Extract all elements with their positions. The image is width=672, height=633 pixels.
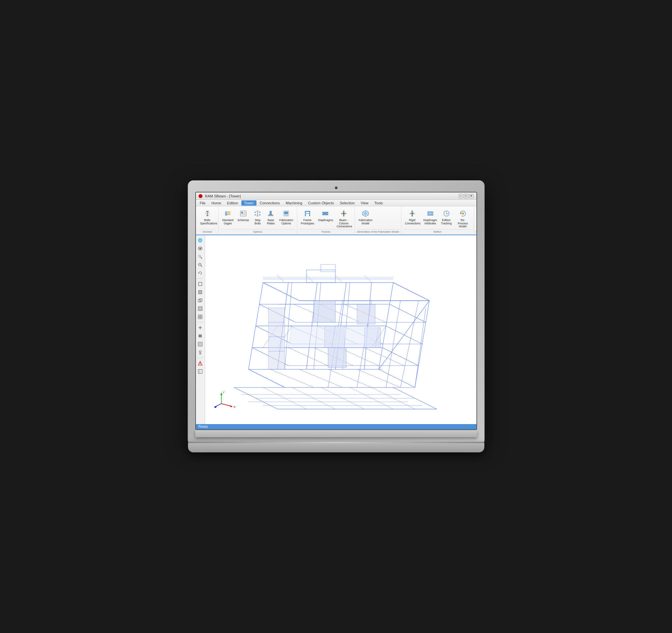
fabrication-options-icon [282,209,291,218]
schemas-icon [239,209,248,218]
svg-rect-86 [198,282,202,285]
ribbon-buttons-frames: FramePrototypes [299,208,353,229]
fabrication-model-button[interactable]: FabricationModel [357,208,374,226]
ribbon-group-general: BoltsSpecifications General [197,207,219,234]
app-icon [198,194,202,198]
box2-tool[interactable] [196,288,204,296]
eye-tool[interactable] [196,245,204,252]
minimize-button[interactable]: ─ [459,194,463,198]
frame-prototypes-label: FramePrototypes [301,219,314,225]
bolts-specifications-button[interactable]: BoltsSpecifications [198,208,216,226]
svg-rect-15 [241,212,243,213]
menu-connections[interactable]: Connections [257,200,283,206]
fabrication-model-icon [361,209,370,218]
svg-rect-187 [313,301,335,323]
svg-rect-99 [198,335,202,336]
standard-gages-label: StandardGages [222,219,234,225]
rotate-tool[interactable] [196,270,204,277]
menu-tower[interactable]: Tower [241,200,256,206]
svg-rect-28 [269,214,270,216]
frame-prototypes-button[interactable]: FramePrototypes [299,208,316,226]
step-bolts-button[interactable]: StepBolts [251,208,264,226]
diaphragm-attributes-button[interactable]: A DiaphragmAttributes [422,208,439,226]
menu-custom-objects[interactable]: Custom Objects [306,200,336,206]
svg-rect-11 [227,211,231,212]
grid-tool[interactable] [196,340,204,348]
svg-text:X: X [233,405,235,409]
beam-column-connections-label: Beam - ColumnConnections [336,219,351,228]
frame-prototypes-icon [303,209,312,218]
step-bolts-label: StepBolts [255,219,261,225]
svg-rect-18 [241,214,246,215]
menu-selection[interactable]: Selection [337,200,357,206]
camera [335,186,337,189]
schemas-button[interactable]: Schemas [236,208,250,223]
menu-file[interactable]: File [197,200,209,206]
box5-tool[interactable] [196,313,204,321]
zoom-tool[interactable] [196,261,204,269]
svg-point-81 [199,248,201,249]
ribbon: BoltsSpecifications General [196,206,476,235]
svg-rect-190 [357,304,375,324]
svg-rect-13 [227,214,231,215]
standard-gages-icon [223,209,233,218]
menu-view[interactable]: View [358,200,371,206]
layers-tool[interactable] [196,332,204,339]
maximize-button[interactable]: □ [464,194,469,198]
laptop-base [195,430,477,437]
svg-rect-10 [225,214,227,214]
menu-edition[interactable]: Edition [224,200,241,206]
svg-point-56 [412,213,413,214]
svg-rect-92 [198,315,200,316]
re-process-model-button[interactable]: Re-ProcessModel [454,208,472,229]
svg-rect-27 [268,215,273,216]
clash-detection-group-label: Clash Detection [476,229,477,233]
anchor-tool[interactable] [196,349,204,356]
panel-tool[interactable] [196,368,204,375]
svg-rect-19 [257,210,259,211]
menu-machining[interactable]: Machining [283,200,305,206]
svg-marker-195 [288,326,335,348]
separator-2 [197,322,203,323]
diaphragms-label: Diaphragms [318,219,333,222]
svg-rect-66 [462,212,464,214]
title-bar-buttons: ─ □ ✕ [459,194,474,198]
box3-tool[interactable] [196,297,204,304]
globe-tool[interactable]: 🌐 [196,236,204,244]
edition-group-label: Edition [403,229,472,233]
diaphragm-attributes-icon: A [426,209,435,218]
standard-gages-button[interactable]: StandardGages [221,208,235,226]
fabrication-options-button[interactable]: FabricationOptions [278,208,295,226]
svg-text:A: A [429,212,431,214]
search-tool[interactable]: 🔍 [196,253,204,260]
svg-rect-114 [198,370,200,374]
menu-tools[interactable]: Tools [372,200,386,206]
svg-rect-20 [257,211,258,216]
laptop-foot [188,442,484,452]
rigid-connections-button[interactable]: RigidConnections [403,208,421,226]
fabrication-options-label: FabricationOptions [279,219,293,225]
svg-point-112 [200,364,200,365]
base-plates-button[interactable]: BasePlates [264,208,277,226]
svg-rect-16 [244,212,246,212]
viewport-3d[interactable]: X Y [205,235,476,424]
menu-home[interactable]: Home [209,200,223,206]
diaphragms-button[interactable]: Diaphragms [316,208,334,223]
box4-tool[interactable] [196,305,204,312]
rigid-connections-label: RigidConnections [405,219,419,225]
close-button[interactable]: ✕ [469,194,474,198]
edition-tracking-button[interactable]: EditionTracking [439,208,453,226]
beam-column-connections-button[interactable]: Beam - ColumnConnections [335,208,353,229]
box1-tool[interactable] [196,280,204,287]
svg-rect-21 [257,216,259,217]
svg-rect-31 [284,211,288,214]
warning-tool[interactable] [196,360,204,367]
ribbon-group-edition: RigidConnections A [402,207,474,234]
svg-text:Y: Y [222,390,224,394]
svg-rect-98 [198,335,202,335]
clash-detection-button[interactable]: ClashDetection [476,208,477,226]
svg-rect-95 [200,317,202,319]
add-tool[interactable] [196,324,204,331]
screen: RAM SBeam - [Tower] ─ □ ✕ File Home Edit… [195,192,477,430]
svg-rect-12 [227,213,231,213]
